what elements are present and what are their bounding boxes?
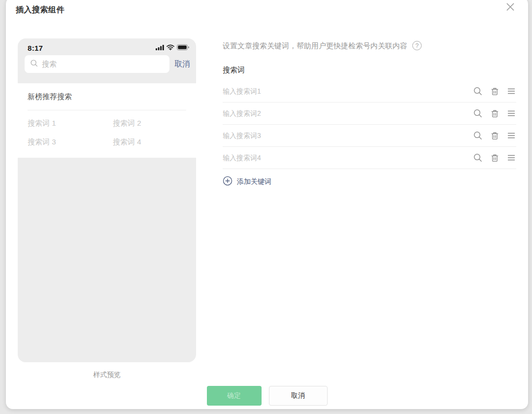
delete-icon[interactable] <box>490 86 499 96</box>
description-text: 设置文章搜索关键词，帮助用户更快捷检索号内关联内容 <box>223 40 407 51</box>
close-icon <box>504 0 517 15</box>
phone-preview: 8:17 <box>18 38 196 362</box>
recommend-title: 新榜推荐搜索 <box>28 92 186 102</box>
settings-panel: 设置文章搜索关键词，帮助用户更快捷检索号内关联内容 ? 搜索词 <box>223 40 516 188</box>
delete-icon[interactable] <box>490 153 499 163</box>
wifi-icon <box>166 43 174 52</box>
search-preview-icon[interactable] <box>473 131 483 140</box>
dialog-title: 插入搜索组件 <box>16 5 65 15</box>
keyword-row-4 <box>223 147 516 169</box>
row-actions <box>473 86 516 96</box>
phone-status-bar: 8:17 <box>18 38 196 52</box>
preview-term: 搜索词 3 <box>28 138 113 147</box>
drag-handle-icon[interactable] <box>506 131 516 140</box>
drag-handle-icon[interactable] <box>506 153 516 163</box>
keyword-input-4[interactable] <box>223 154 467 162</box>
search-preview-icon[interactable] <box>473 108 483 118</box>
description-row: 设置文章搜索关键词，帮助用户更快捷检索号内关联内容 ? <box>223 40 516 51</box>
section-title: 搜索词 <box>223 66 516 75</box>
keyword-input-3[interactable] <box>223 132 467 139</box>
row-actions <box>473 131 516 140</box>
keyword-row-1 <box>223 80 516 103</box>
preview-divider <box>28 110 186 110</box>
confirm-button[interactable]: 确定 <box>207 386 262 406</box>
preview-term: 搜索词 1 <box>28 119 113 128</box>
status-time: 8:17 <box>28 44 43 52</box>
search-preview-icon[interactable] <box>473 86 483 96</box>
close-button[interactable] <box>503 1 517 15</box>
keyword-row-3 <box>223 125 516 147</box>
phone-result-card: 新榜推荐搜索 搜索词 1 搜索词 2 搜索词 3 搜索词 4 <box>18 83 196 158</box>
delete-icon[interactable] <box>490 131 499 140</box>
search-preview-icon[interactable] <box>473 153 483 163</box>
preview-terms-grid: 搜索词 1 搜索词 2 搜索词 3 搜索词 4 <box>28 119 186 147</box>
help-icon[interactable]: ? <box>412 41 422 50</box>
keyword-row-2 <box>223 103 516 125</box>
preview-term: 搜索词 4 <box>113 138 186 147</box>
keyword-input-2[interactable] <box>223 109 467 117</box>
preview-term: 搜索词 2 <box>113 119 186 128</box>
add-keyword-button[interactable]: 添加关键词 <box>223 176 271 188</box>
delete-icon[interactable] <box>490 108 499 118</box>
phone-search-placeholder: 搜索 <box>42 60 57 69</box>
phone-search-input: 搜索 <box>25 55 169 73</box>
style-preview-caption: 样式预览 <box>18 371 196 380</box>
drag-handle-icon[interactable] <box>506 86 516 96</box>
dialog-footer: 确定 取消 <box>6 386 528 406</box>
drag-handle-icon[interactable] <box>506 108 516 118</box>
battery-icon <box>177 43 189 52</box>
phone-cancel-label: 取消 <box>174 59 190 69</box>
search-icon <box>30 59 38 69</box>
row-actions <box>473 108 516 118</box>
insert-search-component-dialog: 插入搜索组件 8:17 <box>6 0 528 409</box>
add-keyword-label: 添加关键词 <box>237 177 271 186</box>
plus-circle-icon <box>223 176 233 188</box>
cancel-button[interactable]: 取消 <box>269 386 328 406</box>
row-actions <box>473 153 516 163</box>
keyword-list <box>223 80 516 169</box>
status-icons <box>156 43 189 52</box>
page: 插入搜索组件 8:17 <box>0 0 532 414</box>
cellular-signal-icon <box>156 43 164 52</box>
phone-search-row: 搜索 取消 <box>25 55 190 73</box>
keyword-input-1[interactable] <box>223 87 467 95</box>
